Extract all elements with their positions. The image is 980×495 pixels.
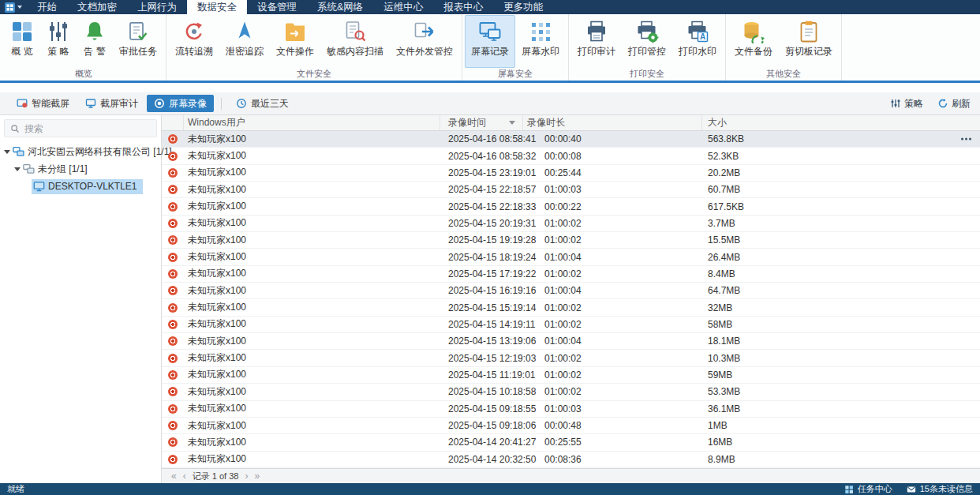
pager-last-button[interactable]: » [254,471,260,481]
tree-expand-icon[interactable] [2,148,11,156]
cell-size: 32MB [702,302,980,313]
tree-node-computer[interactable]: DESKTOP-VLKTLE1 [0,178,161,195]
tree-node-label: 河北安固云网络科技有限公司 [1/1] [28,145,172,159]
cell-record [162,455,184,464]
pager-first-button[interactable]: « [171,471,177,481]
table-row[interactable]: 未知玩家x1002025-04-15 10:18:5801:00:0253.3M… [162,384,980,400]
sort-desc-icon[interactable] [509,121,515,125]
ribbon-button[interactable]: 文件备份 [728,15,779,68]
refresh-button[interactable]: 刷新 [937,97,971,111]
cell-user: 未知玩家x100 [184,183,440,197]
ribbon-button[interactable]: 屏幕记录 [465,15,515,68]
ribbon-button-label: 泄密追踪 [226,45,264,58]
table-row[interactable]: 未知玩家x1002025-04-15 20:19:3101:00:023.7MB [162,216,980,232]
cell-user: 未知玩家x100 [184,402,440,415]
tree-expand-icon[interactable] [13,165,21,174]
column-header-label: 大小 [708,116,727,129]
table-row[interactable]: 未知玩家x1002025-04-15 16:19:1601:00:0464.7M… [162,283,980,299]
table-row[interactable]: 未知玩家x1002025-04-15 14:19:1101:00:0258MB [162,317,980,333]
ribbon-button[interactable]: 文件操作 [270,15,320,68]
view-tab-2[interactable]: 截屏审计 [78,95,145,112]
app-menu-button[interactable] [0,0,27,14]
menu-tab-6[interactable]: 系统&网络 [307,0,373,14]
ribbon-button[interactable]: 审批任务 [113,15,163,68]
cell-record [162,286,184,295]
menu-tab-1[interactable]: 开始 [27,0,67,14]
ribbon-button[interactable]: 流转追溯 [169,15,219,68]
table-row[interactable]: 未知玩家x1002025-04-15 11:19:0101:00:0259MB [162,367,980,384]
search-input[interactable] [24,123,151,134]
ribbon-button[interactable]: 打印审计 [571,15,622,68]
record-icon [168,253,178,262]
cell-duration: 00:00:08 [523,151,702,162]
view-tab-1[interactable]: 智能截屏 [9,95,77,112]
row-more-button[interactable] [961,138,974,141]
cell-user: 未知玩家x100 [184,284,440,298]
cell-size: 60.7MB [702,184,980,195]
pager-prev-button[interactable]: ‹ [183,471,186,481]
tree-node-company[interactable]: 河北安固云网络科技有限公司 [1/1] [0,143,161,160]
cell-duration: 01:00:04 [523,336,702,347]
table-row[interactable]: 未知玩家x1002025-04-15 22:18:3300:00:22617.5… [162,198,980,215]
table-row[interactable]: 未知玩家x1002025-04-15 09:18:0600:00:481MB [162,418,980,434]
table-row[interactable]: 未知玩家x1002025-04-15 13:19:0601:00:0418.1M… [162,333,980,350]
cell-time: 2025-04-15 13:19:06 [440,336,523,347]
table-row[interactable]: 未知玩家x1002025-04-16 08:58:4100:00:40563.8… [162,131,980,148]
menu-tab-2[interactable]: 文档加密 [67,0,127,14]
table-row[interactable]: 未知玩家x1002025-04-15 22:18:5701:00:0360.7M… [162,182,980,198]
table-row[interactable]: 未知玩家x1002025-04-15 23:19:0100:25:4420.2M… [162,165,980,182]
menu-tab-7[interactable]: 运维中心 [373,0,433,14]
ribbon-button[interactable]: 屏幕水印 [515,15,566,68]
table-row[interactable]: 未知玩家x1002025-04-16 08:58:3200:00:0852.3K… [162,148,980,164]
table-row[interactable]: 未知玩家x1002025-04-15 19:19:2801:00:0215.5M… [162,232,980,249]
tree-node-group[interactable]: 未分组 [1/1] [0,160,161,178]
policy-button[interactable]: 策略 [890,97,923,111]
cell-size: 18.1MB [702,336,980,347]
action-label: 刷新 [952,97,971,111]
menu-tab-3[interactable]: 上网行为 [127,0,187,14]
view-tab-3[interactable]: 屏幕录像 [147,95,214,112]
menu-tab-9[interactable]: 更多功能 [493,0,553,14]
ribbon-button[interactable]: 策 略 [40,15,77,68]
menu-tab-4[interactable]: 数据安全 [187,0,247,14]
cell-user: 未知玩家x100 [184,385,440,399]
table-row[interactable]: 未知玩家x1002025-04-15 17:19:2201:00:028.4MB [162,266,980,283]
menu-tab-5[interactable]: 设备管理 [247,0,307,14]
cell-size: 10.3MB [702,353,980,364]
column-header-3[interactable]: 录像时长 [523,115,702,130]
task-center-button[interactable]: 任务中心 [844,483,892,495]
ribbon-button[interactable]: A打印水印 [672,15,723,68]
ribbon-group: 概 览策 略告 警审批任务概览 [2,14,166,81]
record-icon [168,168,178,178]
table-row[interactable]: 未知玩家x1002025-04-14 20:41:2700:25:5516MB [162,434,980,451]
column-header-2[interactable]: 录像时间 [440,115,523,130]
ribbon-button[interactable]: 文件外发管控 [390,15,459,68]
view-tab-4[interactable]: 最近三天 [229,95,296,112]
ribbon-button[interactable]: 告 警 [77,15,113,68]
ribbon-button[interactable]: 剪切板记录 [779,15,839,68]
column-header-1[interactable]: Windows用户 [184,115,440,130]
menu-tab-8[interactable]: 报表中心 [433,0,493,14]
ribbon-button[interactable]: 概 览 [4,15,40,68]
ribbon-button[interactable]: 泄密追踪 [219,15,270,68]
table-row[interactable]: 未知玩家x1002025-04-15 18:19:2401:00:0426.4M… [162,249,980,265]
table-row[interactable]: 未知玩家x1002025-04-15 15:19:1401:00:0232MB [162,299,980,316]
table-row[interactable]: 未知玩家x1002025-04-14 20:32:5000:08:368.9MB [162,452,980,468]
ribbon-button[interactable]: 打印管控 [622,15,672,68]
device-tree-panel: 河北安固云网络科技有限公司 [1/1]未分组 [1/1]DESKTOP-VLKT… [0,115,162,483]
table-row[interactable]: 未知玩家x1002025-04-15 09:18:5501:00:0336.1M… [162,401,980,418]
ribbon-button[interactable]: 敏感内容扫描 [320,15,390,68]
overview-grid-icon [10,20,34,43]
refresh-icon [937,98,948,109]
status-right: 任务中心 15条未读信息 [844,483,973,495]
record-icon [168,134,178,144]
column-header-4[interactable]: 大小 [702,115,980,130]
messages-label: 15条未读信息 [920,483,973,495]
pager-next-button[interactable]: › [245,471,248,481]
messages-button[interactable]: 15条未读信息 [907,483,973,495]
group-icon [23,163,35,175]
cell-time: 2025-04-15 12:19:03 [440,353,523,364]
cell-size: 16MB [702,437,980,448]
alert-bell-icon [83,20,107,43]
table-row[interactable]: 未知玩家x1002025-04-15 12:19:0301:00:0210.3M… [162,350,980,366]
